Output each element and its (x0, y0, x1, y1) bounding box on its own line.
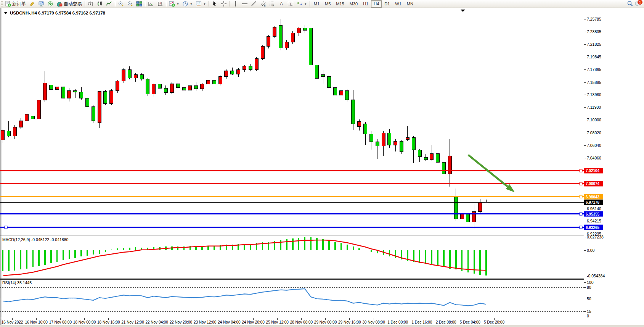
time-label: 23 Nov 12:00 (194, 320, 217, 324)
chart-shift-button[interactable] (156, 0, 165, 8)
highlighter-icon (29, 1, 35, 7)
line-handle[interactable] (580, 182, 582, 185)
price-badge-label: 7.00074 (586, 182, 600, 186)
timeframe-button-h4[interactable]: H4 (371, 0, 382, 8)
timeframe-button-h1[interactable]: H1 (360, 0, 371, 8)
price-tick-label: 6.94215 (587, 219, 601, 223)
auto-scroll-button[interactable] (146, 0, 156, 8)
cursor-button[interactable] (210, 0, 219, 8)
highlighter-button[interactable] (27, 0, 37, 8)
new-order-button-label: 新订单 (12, 1, 26, 7)
line-chart-button[interactable] (104, 0, 114, 8)
autotrading-button-label: 自动交易 (64, 1, 82, 7)
clock-icon (182, 1, 188, 7)
line-handle[interactable] (5, 226, 7, 229)
templates-button[interactable]: ▼ (194, 0, 207, 8)
new-order-button[interactable]: 新订单 (3, 0, 27, 8)
price-tick-label: 7.21825 (587, 42, 601, 47)
current-price-label: 6.97178 (586, 200, 600, 205)
line-handle[interactable] (580, 195, 582, 198)
rsi-tick-label: 80 (587, 285, 591, 290)
time-label: 17 Nov 08:00 (49, 320, 72, 324)
svg-text:A: A (280, 1, 283, 6)
chart-area[interactable]: 7.257857.238057.218257.198457.178657.158… (0, 0, 644, 327)
chevron-down-icon[interactable]: ▼ (177, 3, 179, 5)
chevron-down-icon[interactable]: ▼ (203, 3, 206, 5)
news-sound-button[interactable] (46, 0, 55, 8)
time-label: 22 Nov 20:00 (170, 320, 193, 324)
zoom-out-button[interactable] (125, 0, 135, 8)
monitor-icon (38, 1, 44, 7)
price-tick-label: 7.25785 (587, 17, 601, 21)
horizontal-line-button[interactable] (240, 0, 249, 8)
template-icon (196, 1, 202, 7)
time-label: 21 Nov 12:00 (121, 320, 144, 324)
timeframe-button-mn[interactable]: MN (404, 0, 416, 8)
timeframe-button-d1[interactable]: D1 (382, 0, 392, 8)
crosshair-button[interactable] (219, 0, 228, 8)
time-label: 25 Nov 12:00 (266, 320, 289, 324)
chevron-down-icon[interactable]: ▼ (304, 3, 307, 5)
text-label-icon: T (287, 1, 294, 7)
autotrade-icon (56, 1, 63, 7)
price-tick-label: 7.13960 (587, 92, 601, 97)
rsi-tick-label: 0 (587, 314, 589, 318)
tile-windows-button[interactable] (135, 0, 144, 8)
toolbar-grip[interactable] (1, 1, 3, 6)
fibonacci-icon: F (269, 1, 275, 7)
price-badge-label: 6.93265 (586, 226, 600, 230)
indicators-button[interactable]: ▼ (167, 0, 181, 8)
price-badge-label: 6.95355 (586, 212, 600, 216)
chart-window (0, 8, 644, 327)
price-tick-label: 7.06040 (587, 143, 601, 148)
timeframe-button-m5[interactable]: M5 (322, 0, 333, 8)
toolbar-separator (310, 1, 310, 6)
bottom-scrollbar[interactable] (0, 325, 644, 327)
candle-chart-button[interactable] (95, 0, 104, 8)
chevron-down-icon[interactable]: ▼ (190, 3, 193, 5)
notifications-icon[interactable]: 1 (635, 1, 642, 7)
timeframe-button-m1[interactable]: M1 (311, 0, 322, 8)
channel-button[interactable]: E (259, 0, 268, 8)
chart-shift-icon (157, 1, 163, 7)
text-button[interactable]: A (277, 0, 286, 8)
toolbar-separator (85, 1, 85, 6)
price-tick-label: 7.11980 (587, 105, 601, 110)
line-handle[interactable] (580, 213, 582, 215)
shapes-button[interactable]: ▼ (295, 0, 308, 8)
rsi-tick-label: 50 (587, 296, 591, 301)
market-watch-button[interactable] (37, 0, 46, 8)
hline-icon (242, 1, 248, 7)
search-icon[interactable] (627, 0, 633, 8)
channel-icon: E (260, 1, 266, 7)
trendline-icon (251, 1, 257, 7)
vertical-line-button[interactable] (231, 0, 240, 8)
sound-icon (47, 1, 53, 7)
timeframe-button-m15[interactable]: M15 (333, 0, 347, 8)
svg-text:E: E (264, 4, 266, 7)
bar-chart-button[interactable] (86, 0, 95, 8)
macd-tick-label: 0.00 (587, 248, 595, 253)
crosshair-icon (221, 1, 227, 7)
toolbar-separator (166, 1, 166, 6)
toolbar-separator (230, 1, 230, 6)
timeframe-button-m30[interactable]: M30 (347, 0, 360, 8)
periods-button[interactable]: ▼ (181, 0, 194, 8)
text-label-button[interactable]: T (286, 0, 295, 8)
price-tick-label: 6.96140 (587, 206, 601, 211)
zoom-in-button[interactable] (116, 0, 125, 8)
time-label: 30 Nov 08:00 (362, 320, 385, 324)
line-handle[interactable] (580, 169, 582, 172)
cursor-icon (212, 1, 218, 7)
time-label: 28 Nov 08:00 (290, 320, 313, 324)
line-handle[interactable] (580, 226, 582, 229)
time-label: 29 Nov 00:00 (314, 320, 337, 324)
time-label: 24 Nov 04:00 (218, 320, 241, 324)
vline-icon (233, 1, 239, 7)
trendline-button[interactable] (249, 0, 259, 8)
autotrading-button[interactable]: 自动交易 (55, 0, 84, 8)
fibonacci-button[interactable]: F (268, 0, 277, 8)
rsi-tick-label: 100 (587, 280, 594, 285)
text-a-icon: A (278, 1, 284, 7)
timeframe-button-w1[interactable]: W1 (392, 0, 404, 8)
